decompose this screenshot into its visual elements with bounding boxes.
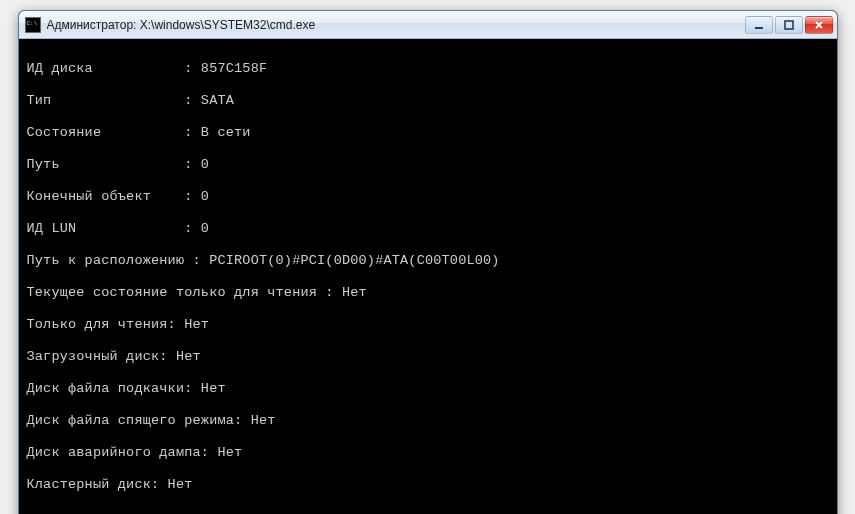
output-line: Диск файла подкачки: Нет [27,381,829,397]
output-line: Загрузочный диск: Нет [27,349,829,365]
window-titlebar[interactable]: Администратор: X:\windows\SYSTEM32\cmd.e… [19,11,837,39]
terminal-output[interactable]: ИД диска : 857C158F Тип : SATA Состояние… [19,39,837,514]
output-line [27,509,829,514]
window-title: Администратор: X:\windows\SYSTEM32\cmd.e… [47,18,745,32]
output-line: Кластерный диск: Нет [27,477,829,493]
output-line: ИД LUN : 0 [27,221,829,237]
output-line: ИД диска : 857C158F [27,61,829,77]
cmd-window: Администратор: X:\windows\SYSTEM32\cmd.e… [18,10,838,514]
output-line: Состояние : В сети [27,125,829,141]
output-line: Путь : 0 [27,157,829,173]
output-line: Только для чтения: Нет [27,317,829,333]
svg-rect-0 [755,27,763,29]
output-line: Путь к расположению : PCIROOT(0)#PCI(0D0… [27,253,829,269]
close-button[interactable] [805,16,833,34]
svg-rect-1 [785,21,793,29]
cmd-app-icon [25,17,41,33]
output-line: Тип : SATA [27,93,829,109]
minimize-button[interactable] [745,16,773,34]
window-buttons [745,16,833,34]
output-line: Текущее состояние только для чтения : Не… [27,285,829,301]
maximize-button[interactable] [775,16,803,34]
output-line: Диск файла спящего режима: Нет [27,413,829,429]
minimize-icon [754,20,764,30]
output-line: Конечный объект : 0 [27,189,829,205]
close-icon [814,20,824,30]
maximize-icon [784,20,794,30]
output-line: Диск аварийного дампа: Нет [27,445,829,461]
